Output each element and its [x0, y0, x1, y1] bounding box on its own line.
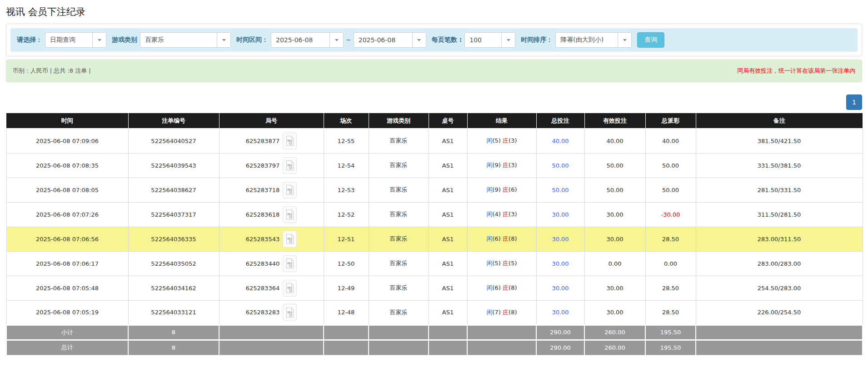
filter-panel: 请选择： 日期查询 游戏类别 百家乐 时间区间： 2025-06-08 ~ 20… — [6, 24, 862, 56]
result-banker-label: 庄 — [503, 260, 509, 267]
game-type-select[interactable]: 百家乐 — [140, 32, 231, 48]
sort-select[interactable]: 降幂(由大到小) — [555, 32, 632, 48]
filter-toolbar: 请选择： 日期查询 游戏类别 百家乐 时间区间： 2025-06-08 ~ 20… — [10, 28, 858, 52]
cell-bet-no: 522564040527 — [128, 129, 219, 153]
total-bet-link[interactable]: 30.00 — [552, 260, 569, 267]
cell-payout: 50.00 — [645, 153, 696, 178]
video-replay-button[interactable] — [283, 231, 297, 248]
summary-bar: 币别 : 人民币 | 总共 :8 注单 | 同局有效投注，统一计算在该局第一张注… — [6, 60, 862, 82]
total-bet-link[interactable]: 30.00 — [552, 309, 569, 316]
search-button[interactable]: 查询 — [637, 32, 664, 48]
cell-result: 闲(5) 庄(5) — [467, 251, 536, 276]
cell-total-bet: 40.00 — [536, 129, 584, 153]
cell-time: 2025-06-08 07:06:17 — [6, 251, 128, 276]
video-replay-button[interactable] — [283, 280, 297, 297]
table-row: 2025-06-08 07:09:06 522564040527 6252838… — [6, 129, 863, 153]
result-banker-points: (8) — [509, 284, 517, 291]
date-from-select[interactable]: 2025-06-08 — [271, 32, 344, 48]
cell-table-no: AS1 — [429, 251, 467, 276]
cell-valid-bet: 30.00 — [584, 227, 645, 251]
column-header: 时间 — [6, 113, 128, 129]
cell-round: 625283797 — [219, 153, 324, 178]
result-banker-points: (3) — [509, 162, 517, 169]
cell-bet-no: 522564036335 — [128, 227, 219, 251]
video-replay-button[interactable] — [283, 255, 297, 272]
video-replay-button[interactable] — [283, 182, 297, 198]
summary-label: 小计 — [6, 325, 128, 340]
video-replay-button[interactable] — [283, 206, 297, 223]
game-type-value: 百家乐 — [140, 33, 217, 47]
cell-round: 625283440 — [219, 251, 324, 276]
cell-time: 2025-06-08 07:09:06 — [6, 129, 128, 153]
result-banker-points: (8) — [509, 309, 517, 316]
summary-row: 小计 8 290.00 260.00 195.50 — [6, 325, 863, 340]
column-header: 总投注 — [536, 113, 584, 129]
cell-table-no: AS1 — [429, 227, 467, 251]
cell-bet-no: 522564039543 — [128, 153, 219, 178]
result-banker-points: (3) — [509, 137, 517, 144]
cell-round: 625283718 — [219, 178, 324, 202]
caret-down-icon — [507, 39, 510, 41]
result-player-label: 闲 — [487, 309, 493, 316]
betting-records-table: 时间注单编号局号场次游戏类别桌号结果总投注有效投注总派彩备注 2025-06-0… — [6, 113, 863, 355]
cell-game-type: 百家乐 — [369, 251, 429, 276]
caret-down-icon — [98, 39, 101, 41]
cell-game-type: 百家乐 — [369, 178, 429, 202]
column-header: 注单编号 — [128, 113, 219, 129]
cell-remark: 281.50/331.50 — [696, 178, 863, 202]
total-bet-link[interactable]: 40.00 — [552, 138, 569, 144]
cell-table-no: AS1 — [429, 300, 467, 325]
date-from-caret-button[interactable] — [329, 33, 343, 47]
result-banker-points: (8) — [509, 235, 517, 242]
cell-total-bet: 30.00 — [536, 276, 584, 300]
query-type-select[interactable]: 日期查询 — [45, 32, 106, 48]
result-banker-label: 庄 — [503, 309, 509, 316]
date-to-select[interactable]: 2025-06-08 — [354, 32, 426, 48]
column-header: 有效投注 — [584, 113, 645, 129]
total-bet-link[interactable]: 30.00 — [552, 211, 569, 218]
result-player-points: (6) — [493, 235, 501, 242]
result-player-label: 闲 — [487, 260, 493, 267]
date-to-caret-button[interactable] — [412, 33, 426, 47]
cell-bet-no: 522564035052 — [128, 251, 219, 276]
cell-valid-bet: 40.00 — [584, 129, 645, 153]
cell-valid-bet: 30.00 — [584, 276, 645, 300]
summary-valid-bet: 260.00 — [584, 340, 645, 355]
summary-row: 总计 8 290.00 260.00 195.50 — [6, 340, 863, 355]
total-bet-link[interactable]: 50.00 — [552, 162, 569, 169]
cell-total-bet: 50.00 — [536, 153, 584, 178]
total-bet-link[interactable]: 30.00 — [552, 285, 569, 292]
cell-game-type: 百家乐 — [369, 300, 429, 325]
total-bet-link[interactable]: 30.00 — [552, 236, 569, 243]
cell-game-type: 百家乐 — [369, 276, 429, 300]
cell-session: 12-50 — [324, 251, 369, 276]
cell-round: 625283283 — [219, 300, 324, 325]
pagination: 1 — [6, 94, 862, 110]
query-type-caret-button[interactable] — [92, 33, 106, 47]
cell-session: 12-49 — [324, 276, 369, 300]
game-type-caret-button[interactable] — [217, 33, 230, 47]
cell-bet-no: 522564038627 — [128, 178, 219, 202]
cell-session: 12-55 — [324, 129, 369, 153]
sort-caret-button[interactable] — [618, 33, 631, 47]
column-header: 场次 — [324, 113, 369, 129]
cell-remark: 254.50/283.00 — [696, 276, 863, 300]
result-banker-label: 庄 — [503, 211, 509, 218]
currency-total-info: 币别 : 人民币 | 总共 :8 注单 | — [13, 67, 91, 75]
video-replay-button[interactable] — [283, 133, 297, 149]
cell-time: 2025-06-08 07:07:26 — [6, 202, 128, 227]
result-player-points: (4) — [493, 211, 501, 218]
page-number-button[interactable]: 1 — [846, 94, 862, 110]
cell-time: 2025-06-08 07:06:56 — [6, 227, 128, 251]
page-size-caret-button[interactable] — [501, 33, 515, 47]
video-replay-button[interactable] — [283, 157, 297, 174]
cell-payout: -30.00 — [645, 202, 696, 227]
column-header: 桌号 — [429, 113, 467, 129]
time-range-label: 时间区间： — [236, 36, 268, 44]
total-bet-link[interactable]: 50.00 — [552, 187, 569, 193]
page-size-select[interactable]: 100 — [464, 32, 515, 48]
video-replay-button[interactable] — [283, 304, 297, 321]
date-to-value: 2025-06-08 — [354, 33, 412, 47]
cell-session: 12-52 — [324, 202, 369, 227]
result-banker-points: (6) — [509, 186, 517, 193]
